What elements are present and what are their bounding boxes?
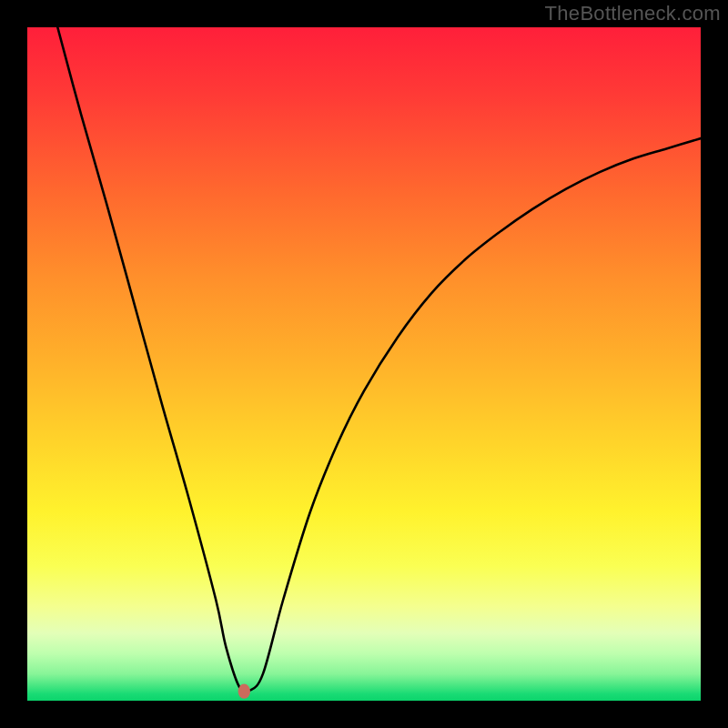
plot-area [27,27,701,701]
watermark-text: TheBottleneck.com [545,2,721,25]
bottleneck-curve [57,27,701,693]
chart-frame: TheBottleneck.com [0,0,728,728]
chart-svg [27,27,701,701]
optimal-marker [238,684,250,699]
